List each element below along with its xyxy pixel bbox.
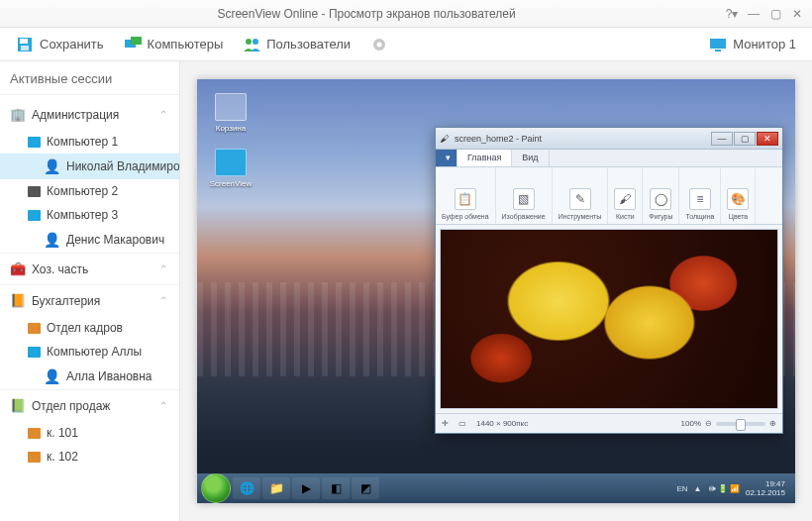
svg-point-6 [253,39,258,45]
computer-label: Компьютер 2 [47,184,118,198]
zoom-in[interactable]: ⊕ [769,419,776,428]
tray-icons[interactable]: 🕪 🔋 📶 [708,484,740,493]
zoom-level: 100% [681,419,701,428]
user-node[interactable]: 👤Денис Макарович [0,227,179,253]
computer-label: к. 101 [47,426,78,440]
system-tray[interactable]: EN ▲ 🕪 🔋 📶 19:47 02.12.2015 [676,479,791,497]
group-icon: 📙 [10,293,26,308]
paint-window[interactable]: 🖌 screen_home2 - Paint — ▢ ✕ ▾ Главная В… [435,127,783,434]
ribbon-group[interactable]: ◯Фигуры [643,167,679,224]
ribbon-icon: 🎨 [727,188,749,210]
maximize-button[interactable]: ▢ [768,7,782,21]
ribbon-label: Фигуры [649,213,672,220]
ribbon-group[interactable]: ▧Изображение [496,167,553,224]
selection-icon: ▭ [458,419,466,428]
paint-maximize[interactable]: ▢ [734,132,756,146]
computer-node[interactable]: Компьютер 1 [0,130,179,154]
ribbon-group[interactable]: 📋Буфер обмена [436,167,496,224]
computer-label: к. 102 [47,450,78,464]
chevron-icon: ⌃ [159,400,173,411]
screen-viewer: Корзина ScreenView 🖌 screen_home2 - Pain… [180,61,812,521]
computer-icon [28,323,41,334]
ribbon-group[interactable]: 🎨Цвета [721,167,756,224]
computer-label: Компьютер 3 [47,208,118,222]
main-toolbar: Сохранить Компьютеры Пользователи Монито… [0,28,812,61]
ribbon-group[interactable]: ✎Инструменты [553,167,609,224]
paint-tab-main[interactable]: Главная [457,150,512,166]
paint-minimize[interactable]: — [711,132,733,146]
group-node[interactable]: 📙Бухгалтерия⌃ [0,284,179,316]
ribbon-label: Толщина [685,213,714,220]
ribbon-group[interactable]: 🖌Кисти [608,167,643,224]
save-button[interactable]: Сохранить [6,32,114,57]
computers-button[interactable]: Компьютеры [114,32,234,57]
zoom-slider[interactable] [716,422,765,426]
window-title: ScreenView Online - Просмотр экранов пол… [8,7,725,21]
ribbon-label: Изображение [502,213,546,220]
computer-node[interactable]: Компьютер 2 [0,179,179,203]
paint-app-icon: 🖌 [440,134,449,144]
user-node[interactable]: 👤Алла Ивановна [0,364,179,389]
paint-statusbar: ✛ ▭ 1440 × 900пкс 100% ⊖ ⊕ [436,413,782,433]
svg-rect-9 [710,39,726,49]
desktop-icon-recycle[interactable]: Корзина [209,93,253,133]
remote-screen[interactable]: Корзина ScreenView 🖌 screen_home2 - Pain… [197,79,795,503]
desktop-icon-app[interactable]: ScreenView [209,149,253,188]
user-icon: 👤 [44,158,60,174]
tray-lang[interactable]: EN [676,484,687,493]
taskbar-media[interactable]: ▶ [292,477,320,499]
computer-node[interactable]: к. 101 [0,421,179,445]
help-button[interactable]: ?▾ [725,7,739,21]
chevron-icon: ⌃ [159,109,173,120]
tray-flag[interactable]: ▲ [694,484,702,493]
computer-label: Компьютер 1 [47,135,118,149]
minimize-button[interactable]: — [747,7,761,21]
close-button[interactable]: ✕ [790,7,804,21]
computer-node[interactable]: к. 102 [0,445,179,469]
window-titlebar: ScreenView Online - Просмотр экранов пол… [0,0,812,28]
computer-node[interactable]: Отдел кадров [0,316,179,340]
svg-point-5 [246,39,252,45]
taskbar-ie[interactable]: 🌐 [233,477,260,499]
group-icon: 🏢 [10,107,26,122]
paint-tab-view[interactable]: Вид [512,150,549,166]
computer-label: Отдел кадров [47,321,123,335]
ribbon-label: Цвета [729,213,749,220]
taskbar-app1[interactable]: ◧ [322,477,350,499]
user-icon: 👤 [44,232,60,248]
ribbon-group[interactable]: ≡Толщина [679,167,721,224]
computer-node[interactable]: Компьютер Аллы [0,340,179,364]
group-icon: 🧰 [10,261,26,276]
tray-time: 19:47 [746,479,785,488]
computer-icon [28,137,41,148]
monitor-selector[interactable]: Монитор 1 [699,32,806,57]
ribbon-label: Буфер обмена [442,213,489,220]
svg-rect-1 [20,39,28,44]
users-button[interactable]: Пользователи [233,32,360,57]
ribbon-icon: ✎ [569,188,591,210]
group-label: Администрация [32,108,119,122]
settings-button[interactable] [360,32,398,57]
group-node[interactable]: 🧰Хоз. часть⌃ [0,253,179,284]
taskbar-app2[interactable]: ◩ [352,477,379,499]
user-node[interactable]: 👤Николай Владимиро... [0,154,179,179]
svg-rect-4 [131,37,142,45]
paint-file-tab[interactable]: ▾ [436,150,457,166]
zoom-out[interactable]: ⊖ [705,419,712,428]
gear-icon [370,36,388,53]
paint-titlebar[interactable]: 🖌 screen_home2 - Paint — ▢ ✕ [436,128,782,150]
paint-canvas[interactable] [440,229,778,409]
svg-rect-10 [715,50,721,52]
svg-rect-2 [21,46,29,51]
group-node[interactable]: 📗Отдел продаж⌃ [0,389,179,421]
computer-node[interactable]: Компьютер 3 [0,203,179,227]
paint-close[interactable]: ✕ [757,132,778,146]
sessions-tree[interactable]: 🏢Администрация⌃Компьютер 1👤Николай Влади… [0,95,179,472]
start-button[interactable] [201,473,231,503]
monitor-icon [709,36,727,53]
ribbon-icon: 📋 [455,188,476,210]
group-label: Хоз. часть [32,262,88,276]
group-node[interactable]: 🏢Администрация⌃ [0,99,179,130]
taskbar[interactable]: 🌐 📁 ▶ ◧ ◩ EN ▲ 🕪 🔋 📶 19:47 02.12.2015 [197,473,795,503]
taskbar-explorer[interactable]: 📁 [262,477,290,499]
